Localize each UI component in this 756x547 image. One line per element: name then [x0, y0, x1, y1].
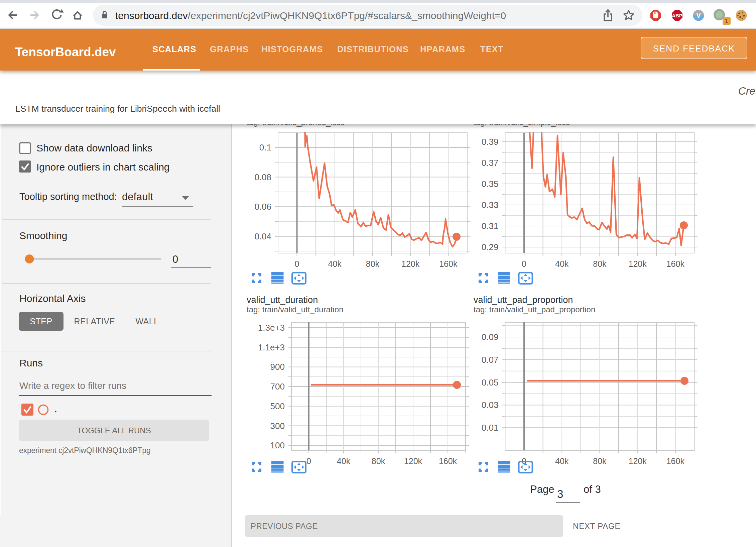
svg-text:0.08: 0.08: [254, 172, 271, 182]
svg-text:0.03: 0.03: [482, 400, 499, 410]
svg-text:0.09: 0.09: [482, 332, 499, 342]
svg-text:500: 500: [270, 401, 285, 411]
svg-text:0.37: 0.37: [482, 158, 499, 168]
svg-text:160k: 160k: [439, 456, 457, 466]
svg-text:experiment cj2vtPiwQHKN9Q1tx6P: experiment cj2vtPiwQHKN9Q1tx6PTpg: [19, 446, 151, 455]
svg-text:80k: 80k: [372, 456, 385, 466]
svg-text:120k: 120k: [628, 456, 647, 466]
svg-text:0: 0: [172, 253, 178, 265]
svg-text:Tooltip sorting method:: Tooltip sorting method:: [19, 191, 117, 202]
svg-text:0.06: 0.06: [254, 202, 271, 212]
svg-text:Write a regex to filter runs: Write a regex to filter runs: [19, 380, 126, 391]
svg-text:120k: 120k: [404, 456, 422, 466]
svg-text:0.35: 0.35: [482, 179, 499, 189]
svg-text:RELATIVE: RELATIVE: [74, 317, 115, 326]
svg-text:120k: 120k: [401, 259, 420, 268]
svg-text:Show data download links: Show data download links: [36, 142, 152, 153]
svg-text:0: 0: [522, 259, 526, 268]
svg-text:0.33: 0.33: [482, 200, 499, 210]
svg-text:160k: 160k: [666, 456, 685, 466]
svg-text:1.1e+3: 1.1e+3: [258, 342, 285, 352]
svg-text:V: V: [697, 12, 701, 19]
svg-text:tag: train/valid_utt_duration: tag: train/valid_utt_duration: [247, 305, 344, 314]
svg-text:Runs: Runs: [19, 357, 43, 368]
svg-text:40k: 40k: [555, 259, 569, 268]
svg-text:tensorboard.dev/experiment/cj2: tensorboard.dev/experiment/cj2vtPiwQHKN9…: [115, 10, 506, 21]
svg-text:0.01: 0.01: [482, 423, 499, 433]
svg-text:Ignore outliers in chart scali: Ignore outliers in chart scaling: [36, 161, 170, 173]
svg-text:ABP: ABP: [672, 13, 682, 18]
svg-text:STEP: STEP: [30, 317, 52, 326]
svg-text:160k: 160k: [666, 259, 685, 268]
svg-text:0.31: 0.31: [482, 221, 499, 231]
svg-text:900: 900: [270, 362, 285, 372]
svg-text:100: 100: [270, 440, 285, 450]
svg-text:1: 1: [725, 17, 729, 24]
svg-text:0: 0: [306, 456, 311, 466]
svg-text:valid_utt_pad_proportion: valid_utt_pad_proportion: [474, 295, 573, 305]
svg-text:40k: 40k: [337, 456, 351, 466]
svg-text:0: 0: [295, 259, 299, 268]
svg-text:40k: 40k: [555, 456, 569, 466]
svg-text:120k: 120k: [628, 259, 647, 268]
svg-text:0.1: 0.1: [259, 142, 271, 152]
svg-text:80k: 80k: [366, 259, 380, 268]
svg-text:80k: 80k: [593, 456, 607, 466]
svg-text:valid_utt_duration: valid_utt_duration: [247, 295, 318, 305]
svg-text:300: 300: [270, 421, 285, 431]
svg-text:40k: 40k: [328, 259, 342, 268]
svg-text:TOGGLE ALL RUNS: TOGGLE ALL RUNS: [77, 426, 151, 435]
svg-text:0.04: 0.04: [254, 231, 271, 241]
svg-text:0.29: 0.29: [482, 242, 499, 252]
svg-text:0.07: 0.07: [482, 355, 499, 365]
svg-text:160k: 160k: [439, 259, 458, 268]
svg-text:700: 700: [270, 381, 285, 392]
svg-text:default: default: [122, 191, 153, 203]
svg-text:0.39: 0.39: [482, 137, 499, 147]
svg-text:1.3e+3: 1.3e+3: [258, 323, 285, 333]
svg-text:0.05: 0.05: [482, 377, 499, 388]
svg-text:Smoothing: Smoothing: [19, 230, 67, 241]
svg-text:80k: 80k: [593, 259, 607, 268]
svg-text:Horizontal Axis: Horizontal Axis: [19, 293, 86, 304]
svg-text:tag: train/valid_utt_pad_propo: tag: train/valid_utt_pad_proportion: [474, 305, 595, 314]
svg-text:WALL: WALL: [135, 317, 158, 326]
